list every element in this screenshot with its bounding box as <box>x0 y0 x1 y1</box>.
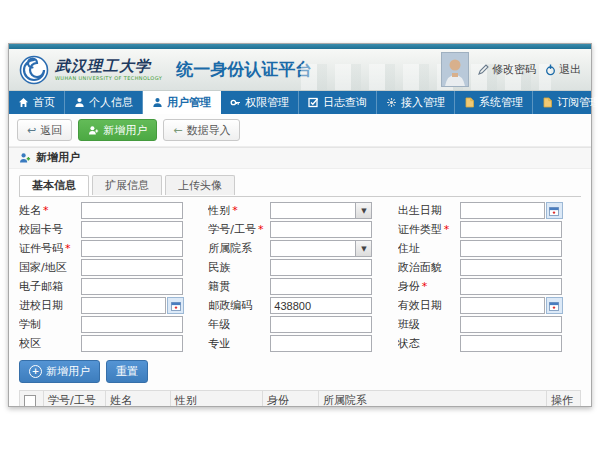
input-valid-date[interactable] <box>460 297 545 314</box>
user-icon <box>74 97 85 108</box>
import-arrow-icon: ← <box>173 125 182 136</box>
nav-tab-system[interactable]: 系统管理 <box>455 91 533 114</box>
page-title: 统一身份认证平台 <box>176 58 312 81</box>
input-id-type[interactable] <box>460 221 562 238</box>
input-identity[interactable] <box>460 278 562 295</box>
back-button[interactable]: ↩ 返回 <box>17 119 72 141</box>
label-address: 住址 <box>398 241 460 256</box>
form-field-valid-date: 有效日期 <box>398 297 581 314</box>
nav-tab-label: 权限管理 <box>245 95 289 110</box>
nav-tab-permissions[interactable]: 权限管理 <box>221 91 299 114</box>
document-icon <box>464 97 475 108</box>
input-status[interactable] <box>460 335 562 352</box>
user-form: 姓名*性别*▼出生日期校园卡号学号/工号*证件类型*证件号码*所属院系▼住址国家… <box>19 202 581 352</box>
nav-tab-subscription[interactable]: 订阅管理 <box>533 91 600 114</box>
university-logo-icon <box>19 55 49 85</box>
label-id-type: 证件类型* <box>398 222 460 237</box>
input-class[interactable] <box>460 316 562 333</box>
required-asterisk: * <box>258 223 264 236</box>
data-import-button[interactable]: ← 数据导入 <box>163 119 240 141</box>
date-picker-button-enrollment-date[interactable] <box>167 297 184 314</box>
label-political-status: 政治面貌 <box>398 260 460 275</box>
tab-basic-info[interactable]: 基本信息 <box>19 175 89 196</box>
select-all-checkbox[interactable] <box>24 395 36 406</box>
results-table-header: 学号/工号姓名性别身份所属院系操作 <box>20 391 581 407</box>
select-department[interactable]: ▼ <box>270 240 372 257</box>
input-address[interactable] <box>460 240 562 257</box>
required-asterisk: * <box>43 204 49 217</box>
nav-tab-users[interactable]: 用户管理 <box>143 91 221 114</box>
screenshot-canvas: 武汉理工大学 WUHAN UNIVERSITY OF TECHNOLOGY 统一… <box>0 0 600 450</box>
input-birth-date[interactable] <box>460 202 545 219</box>
change-password-link[interactable]: 修改密码 <box>478 62 536 77</box>
label-ethnicity: 民族 <box>208 260 270 275</box>
input-country[interactable] <box>81 259 183 276</box>
form-field-student-id: 学号/工号* <box>208 221 391 238</box>
university-brand: 武汉理工大学 WUHAN UNIVERSITY OF TECHNOLOGY <box>55 59 162 81</box>
input-id-number[interactable] <box>81 240 183 257</box>
form-field-class: 班级 <box>398 316 581 333</box>
form-field-address: 住址 <box>398 240 581 257</box>
key-icon <box>230 97 241 108</box>
input-postal-code[interactable] <box>270 297 372 314</box>
app-window: 武汉理工大学 WUHAN UNIVERSITY OF TECHNOLOGY 统一… <box>8 43 592 407</box>
form-field-political-status: 政治面貌 <box>398 259 581 276</box>
input-ethnicity[interactable] <box>270 259 372 276</box>
form-field-grade: 年级 <box>208 316 391 333</box>
label-gender: 性别* <box>208 203 270 218</box>
form-field-name: 姓名* <box>19 202 202 219</box>
form-field-postal-code: 邮政编码 <box>208 297 391 314</box>
form-field-enrollment-date: 进校日期 <box>19 297 202 314</box>
label-name: 姓名* <box>19 203 81 218</box>
power-icon <box>545 64 556 76</box>
input-email[interactable] <box>81 278 183 295</box>
label-class: 班级 <box>398 317 460 332</box>
form-field-schooling-length: 学制 <box>19 316 202 333</box>
logout-link[interactable]: 退出 <box>545 62 581 77</box>
nav-tab-label: 系统管理 <box>479 95 523 110</box>
input-campus[interactable] <box>81 335 183 352</box>
input-schooling-length[interactable] <box>81 316 183 333</box>
nav-tab-label: 用户管理 <box>167 95 211 110</box>
back-arrow-icon: ↩ <box>27 125 36 136</box>
nav-tab-profile[interactable]: 个人信息 <box>65 91 143 114</box>
nav-tab-logs[interactable]: 日志查询 <box>299 91 377 114</box>
form-tabs: 基本信息扩展信息上传头像 <box>19 175 581 197</box>
input-name[interactable] <box>81 202 183 219</box>
submit-add-user-button[interactable]: + 新增用户 <box>19 360 100 383</box>
column-header-student-id: 学号/工号 <box>44 391 106 407</box>
select-gender[interactable]: ▼ <box>270 202 372 219</box>
nav-tab-home[interactable]: 首页 <box>9 91 65 114</box>
label-native-place: 籍贯 <box>208 279 270 294</box>
gear-icon <box>386 97 397 108</box>
label-country: 国家/地区 <box>19 260 81 275</box>
column-header-identity: 身份 <box>263 391 319 407</box>
input-campus-card[interactable] <box>81 221 183 238</box>
label-enrollment-date: 进校日期 <box>19 298 81 313</box>
content-area: ↩ 返回 新增用户 ← 数据导入 <box>9 114 591 406</box>
form-field-gender: 性别*▼ <box>208 202 391 219</box>
input-major[interactable] <box>270 335 372 352</box>
main-nav: 首页个人信息用户管理权限管理日志查询接入管理系统管理订阅管理 <box>9 91 591 114</box>
input-enrollment-date[interactable] <box>81 297 166 314</box>
input-political-status[interactable] <box>460 259 562 276</box>
label-email: 电子邮箱 <box>19 279 81 294</box>
label-campus-card: 校园卡号 <box>19 222 81 237</box>
add-user-toolbar-button[interactable]: 新增用户 <box>78 119 157 141</box>
input-student-id[interactable] <box>270 221 372 238</box>
tab-extended-info[interactable]: 扩展信息 <box>92 175 162 195</box>
nav-tab-access[interactable]: 接入管理 <box>377 91 455 114</box>
form-field-department: 所属院系▼ <box>208 240 391 257</box>
form-field-id-type: 证件类型* <box>398 221 581 238</box>
tab-upload-avatar[interactable]: 上传头像 <box>165 175 235 195</box>
date-picker-button-birth-date[interactable] <box>546 202 563 219</box>
label-schooling-length: 学制 <box>19 317 81 332</box>
input-native-place[interactable] <box>270 278 372 295</box>
form-field-country: 国家/地区 <box>19 259 202 276</box>
date-picker-button-valid-date[interactable] <box>546 297 563 314</box>
column-header-name: 姓名 <box>106 391 171 407</box>
section-title: 新增用户 <box>36 148 80 168</box>
input-grade[interactable] <box>270 316 372 333</box>
reset-button[interactable]: 重置 <box>106 360 148 383</box>
form-field-identity: 身份* <box>398 278 581 295</box>
